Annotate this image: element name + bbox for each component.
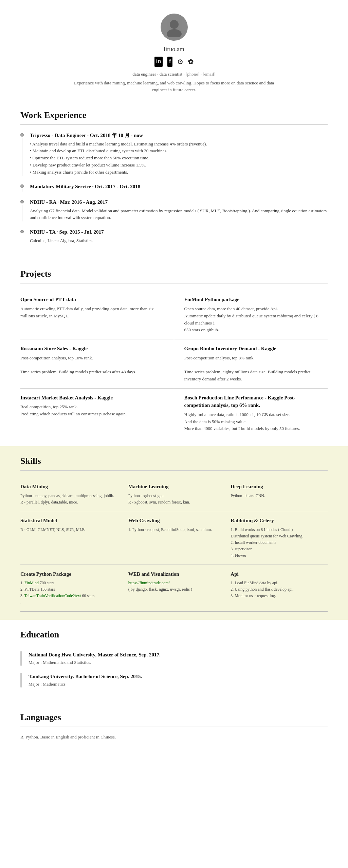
projects-title: Projects bbox=[20, 267, 328, 280]
skill-web-desc: https://finmindtrade.com/ ( by django, f… bbox=[128, 580, 220, 593]
skill-dl: Deep Learning Python - kears-CNN. bbox=[225, 477, 328, 511]
skill-web-crawling-title: Web Crawling bbox=[128, 517, 220, 525]
svg-point-1 bbox=[167, 29, 182, 37]
timeline-2 bbox=[20, 184, 24, 192]
work-item-1: Tripresso - Data Engineer · Oct. 2018 年 … bbox=[20, 132, 328, 176]
svg-point-0 bbox=[170, 20, 179, 29]
project-ptt-desc: Automatic crawling PTT data daily, and p… bbox=[20, 305, 164, 320]
skill-data-mining-desc: Python - numpy, pandas, sklearn, multipr… bbox=[20, 493, 116, 506]
skill-api-title: Api bbox=[231, 570, 321, 578]
work-experience-section: Work Experience Tripresso - Data Enginee… bbox=[0, 100, 348, 259]
work-content-4: NDHU - TA · Sep. 2015 - Jul. 2017 Calcul… bbox=[30, 228, 328, 244]
projects-section: Projects Open Source of PTT data Automat… bbox=[0, 259, 348, 446]
edu-desc-2: Major : Mathematics bbox=[29, 681, 328, 688]
skill-rabbitmq-title: Rabbitmq & Celery bbox=[231, 517, 321, 525]
work-item-3: NDHU - RA · Mar. 2016 - Aug. 2017 Analys… bbox=[20, 198, 328, 221]
skill-data-mining-title: Data Mining bbox=[20, 483, 116, 491]
education-divider bbox=[20, 644, 328, 644]
work-divider bbox=[20, 124, 328, 125]
skill-stat-title: Statistical Model bbox=[20, 517, 116, 525]
edu-title-1: National Dong Hwa University, Master of … bbox=[29, 651, 328, 659]
work-title-2: Mandatory Military Service · Oct. 2017 -… bbox=[30, 183, 328, 191]
avatar bbox=[161, 14, 188, 41]
edu-line-1 bbox=[20, 651, 22, 666]
edu-line-2 bbox=[20, 673, 22, 688]
edu-title-2: Tamkang University. Bachelor of Science,… bbox=[29, 673, 328, 680]
skill-data-mining: Data Mining Python - numpy, pandas, skle… bbox=[20, 477, 123, 511]
project-rossmann-desc: Post-competition analysis, top 10% rank.… bbox=[20, 355, 164, 376]
timeline-1 bbox=[20, 133, 24, 176]
work-desc-1: • Analysis travel data and build a machi… bbox=[30, 141, 328, 176]
work-content-3: NDHU - RA · Mar. 2016 - Aug. 2017 Analys… bbox=[30, 198, 328, 221]
languages-desc: R, Python. Basic in English and proficie… bbox=[20, 734, 328, 741]
profile-description: Experience with data mining, machine lea… bbox=[72, 80, 276, 94]
skills-divider bbox=[20, 470, 328, 471]
work-title-3: NDHU - RA · Mar. 2016 - Aug. 2017 bbox=[30, 198, 328, 206]
skill-ml-desc: Python - xgboost-gpu.R - xgboost, svm, r… bbox=[128, 493, 220, 506]
taiwan-link[interactable]: TaiwanTrainVerificationCode2text bbox=[24, 593, 81, 598]
project-instacart-desc: Real competition, top 25% rank.Predictin… bbox=[20, 403, 164, 418]
skill-api-desc: 1. Load FinMind data by api.2. Using pyt… bbox=[231, 580, 321, 599]
edu-item-2: Tamkang University. Bachelor of Science,… bbox=[20, 673, 328, 688]
project-rossmann: Rossmann Store Sales - Kaggle Post-compe… bbox=[20, 339, 174, 389]
profile-name: liruo.am bbox=[7, 45, 341, 54]
skill-stat-desc: R - GLM, GLMNET, NLS, SUR, MLE. bbox=[20, 527, 116, 533]
project-bimbo-desc: Post-competition analysis, top 8% rank.T… bbox=[184, 355, 321, 383]
finmindtrade-link[interactable]: https://finmindtrade.com/ bbox=[128, 580, 170, 585]
finmind-link[interactable]: FinMind bbox=[24, 580, 39, 585]
work-item-2: Mandatory Military Service · Oct. 2017 -… bbox=[20, 183, 328, 192]
skill-dl-desc: Python - kears-CNN. bbox=[231, 493, 321, 499]
skill-python-package-title: Create Python Package bbox=[20, 570, 116, 578]
project-finmind: FinMind Python package Open source data,… bbox=[174, 290, 328, 339]
work-desc-3: Analysing G7 financial data. Model valid… bbox=[30, 208, 328, 222]
project-bimbo-title: Grupo Bimbo Inventory Demand - Kaggle bbox=[184, 345, 321, 353]
timeline-4 bbox=[20, 230, 24, 244]
work-experience-title: Work Experience bbox=[20, 108, 328, 122]
work-content-1: Tripresso - Data Engineer · Oct. 2018 年 … bbox=[30, 132, 328, 176]
skill-ml-title: Machine Learning bbox=[128, 483, 220, 491]
projects-grid: Open Source of PTT data Automatic crawli… bbox=[20, 290, 328, 438]
work-title-4: NDHU - TA · Sep. 2015 - Jul. 2017 bbox=[30, 228, 328, 236]
projects-divider bbox=[20, 283, 328, 283]
project-finmind-title: FinMind Python package bbox=[184, 296, 321, 303]
project-instacart: Instacart Market Basket Analysis - Kaggl… bbox=[20, 389, 174, 438]
link-icon[interactable]: ✿ bbox=[188, 57, 194, 67]
work-content-2: Mandatory Military Service · Oct. 2017 -… bbox=[30, 183, 328, 192]
education-section: Education National Dong Hwa University, … bbox=[0, 620, 348, 703]
project-finmind-desc: Open source data, more than 40 dataset, … bbox=[184, 305, 321, 334]
linkedin-icon[interactable]: in bbox=[154, 57, 163, 67]
edu-content-1: National Dong Hwa University, Master of … bbox=[29, 651, 328, 666]
project-instacart-title: Instacart Market Basket Analysis - Kaggl… bbox=[20, 394, 164, 402]
social-icons: in f ⊙ ✿ bbox=[7, 57, 341, 67]
skill-dl-title: Deep Learning bbox=[231, 483, 321, 491]
project-rossmann-title: Rossmann Store Sales - Kaggle bbox=[20, 345, 164, 353]
skill-api: Api 1. Load FinMind data by api.2. Using… bbox=[225, 565, 328, 612]
github-icon[interactable]: ⊙ bbox=[177, 57, 183, 67]
skill-web-title: WEB and Visualization bbox=[128, 570, 220, 578]
facebook-icon[interactable]: f bbox=[167, 57, 172, 67]
work-desc-4: Calculus, Linear Algebra, Statistics. bbox=[30, 237, 328, 244]
skills-section: Skills Data Mining Python - numpy, panda… bbox=[0, 446, 348, 620]
skills-title: Skills bbox=[20, 454, 328, 468]
project-bosch: Bosch Production Line Performance - Kagg… bbox=[174, 389, 328, 438]
profile-section: liruo.am in f ⊙ ✿ data engineer · data s… bbox=[0, 0, 348, 100]
skill-web: WEB and Visualization https://finmindtra… bbox=[123, 565, 225, 612]
skill-rabbitmq: Rabbitmq & Celery 1. Build works on 8 Li… bbox=[225, 511, 328, 565]
skill-web-crawling: Web Crawling 1. Python - request, Beauti… bbox=[123, 511, 225, 565]
project-ptt-title: Open Source of PTT data bbox=[20, 296, 164, 303]
work-item-4: NDHU - TA · Sep. 2015 - Jul. 2017 Calcul… bbox=[20, 228, 328, 244]
timeline-3 bbox=[20, 200, 24, 221]
skill-python-package-desc: 1. FinMind 700 stars 2. PTTData 150 star… bbox=[20, 580, 116, 606]
skill-ml: Machine Learning Python - xgboost-gpu.R … bbox=[123, 477, 225, 511]
edu-item-1: National Dong Hwa University, Master of … bbox=[20, 651, 328, 666]
languages-section: Languages R, Python. Basic in English an… bbox=[0, 703, 348, 749]
project-bimbo: Grupo Bimbo Inventory Demand - Kaggle Po… bbox=[174, 339, 328, 389]
skill-python-package: Create Python Package 1. FinMind 700 sta… bbox=[20, 565, 123, 612]
project-bosch-desc: Highly imbalance data, ratio is 1000 : 1… bbox=[184, 411, 321, 432]
edu-desc-1: Major : Mathematics and Statistics. bbox=[29, 659, 328, 666]
education-title: Education bbox=[20, 628, 328, 641]
profile-subtitle: data engineer · data scientist · [phone]… bbox=[7, 71, 341, 78]
skill-stat: Statistical Model R - GLM, GLMNET, NLS, … bbox=[20, 511, 123, 565]
skill-rabbitmq-desc: 1. Build works on 8 Linodes ( Cloud )Dis… bbox=[231, 527, 321, 559]
skills-grid: Data Mining Python - numpy, pandas, skle… bbox=[20, 477, 328, 612]
